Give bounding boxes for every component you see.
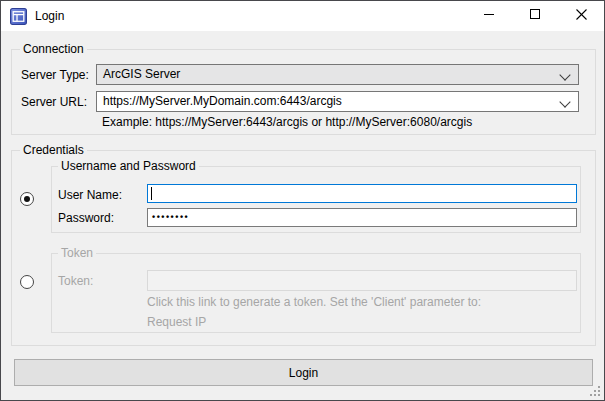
token-radio[interactable] (20, 275, 34, 289)
username-password-radio[interactable] (20, 192, 34, 206)
token-group: Token (51, 253, 581, 333)
server-url-label: Server URL: (21, 95, 87, 109)
window-title: Login (35, 1, 64, 31)
username-password-group-label: Username and Password (58, 159, 199, 174)
window-controls (466, 1, 604, 31)
app-window-icon (10, 8, 27, 25)
close-button[interactable] (558, 1, 604, 31)
token-input (147, 270, 577, 291)
close-icon (576, 9, 587, 23)
token-group-label: Token (58, 246, 96, 261)
password-masked-value: •••••••• (148, 209, 576, 225)
connection-group-label: Connection (20, 42, 87, 57)
minimize-button[interactable] (466, 1, 512, 31)
resize-grip-icon[interactable] (590, 386, 601, 397)
credentials-group-label: Credentials (20, 143, 87, 158)
username-input[interactable] (147, 184, 577, 203)
token-hint-text: Click this link to generate a token. Set… (147, 295, 481, 309)
password-input[interactable]: •••••••• (147, 208, 577, 227)
login-dialog: Login Conn (0, 0, 605, 401)
maximize-button[interactable] (512, 1, 558, 31)
maximize-icon (530, 9, 541, 23)
titlebar[interactable]: Login (1, 1, 604, 31)
login-button-label: Login (289, 366, 318, 380)
minimize-icon (484, 9, 495, 23)
server-url-value: https://MyServer.MyDomain.com:6443/arcgi… (103, 94, 342, 108)
login-button[interactable]: Login (14, 359, 593, 386)
token-label: Token: (58, 274, 93, 288)
username-label: User Name: (58, 188, 122, 202)
chevron-down-icon (559, 69, 570, 80)
server-url-example: Example: https://MyServer:6443/arcgis or… (102, 115, 472, 129)
server-type-value: ArcGIS Server (103, 67, 180, 81)
server-url-combobox[interactable]: https://MyServer.MyDomain.com:6443/arcgi… (96, 91, 579, 112)
chevron-down-icon (559, 96, 570, 107)
server-type-dropdown[interactable]: ArcGIS Server (96, 64, 579, 85)
server-type-label: Server Type: (21, 68, 89, 82)
password-label: Password: (58, 211, 114, 225)
request-ip-link[interactable]: Request IP (147, 315, 206, 329)
text-caret (151, 187, 152, 200)
